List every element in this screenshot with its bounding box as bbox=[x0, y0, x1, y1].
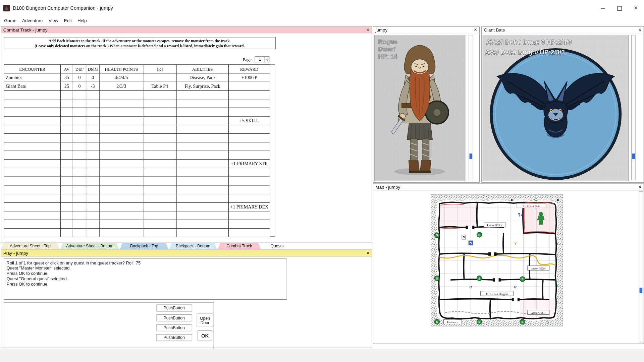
combat-table-row[interactable]: +1 PRIMARY DEX bbox=[4, 202, 270, 211]
combat-table-cell bbox=[86, 151, 100, 160]
combat-table-cell bbox=[61, 142, 73, 151]
monster-scrollbar-handle[interactable] bbox=[632, 154, 635, 159]
character-scrollbar[interactable] bbox=[469, 35, 473, 180]
combat-table-cell bbox=[61, 185, 73, 194]
map-label: Entrance bbox=[443, 319, 462, 324]
monster-panel: Giant Bats ✕ bbox=[481, 26, 644, 183]
combat-table-cell bbox=[143, 168, 176, 177]
menu-help[interactable]: Help bbox=[77, 18, 87, 23]
character-hp-label: HP: 16 bbox=[378, 53, 397, 60]
play-titlebar: Play - jumpy ✕ bbox=[1, 250, 372, 257]
combat-table-cell bbox=[86, 185, 100, 194]
map-marker-r: R bbox=[511, 198, 514, 202]
menu-game[interactable]: Game bbox=[4, 18, 16, 23]
page-input[interactable]: 1 bbox=[255, 57, 265, 62]
combat-table-cell bbox=[4, 151, 61, 160]
close-button[interactable]: ✕ bbox=[628, 0, 644, 16]
combat-table-cell bbox=[100, 142, 143, 151]
combat-table-cell bbox=[61, 177, 73, 185]
combat-table-row[interactable]: +5 SKILL bbox=[4, 116, 270, 125]
combat-table-cell: 4/4/4/5 bbox=[100, 73, 143, 82]
combat-table-row[interactable] bbox=[4, 211, 270, 220]
tab-quests[interactable]: Quests bbox=[262, 243, 292, 249]
combat-table-cell bbox=[61, 220, 73, 229]
character-close-icon[interactable]: ✕ bbox=[474, 28, 477, 32]
combat-table-row[interactable] bbox=[4, 134, 270, 142]
dungeon-map-image[interactable]: RGRSSSBYGSSSRRGSSSGE - Giant BatsLever G… bbox=[431, 194, 563, 326]
push-button-4[interactable]: PushButton bbox=[156, 334, 192, 341]
combat-table-row[interactable] bbox=[4, 177, 270, 185]
svg-text:R: R bbox=[469, 285, 472, 289]
combat-table-cell bbox=[143, 108, 176, 116]
combat-table-row[interactable] bbox=[4, 228, 270, 237]
combat-table-row[interactable] bbox=[4, 99, 270, 108]
combat-table-row[interactable] bbox=[4, 142, 270, 151]
combat-table-cell bbox=[86, 125, 100, 134]
combat-table-row[interactable] bbox=[4, 185, 270, 194]
menu-adventure[interactable]: Adventure bbox=[22, 18, 43, 23]
combat-table-row[interactable] bbox=[4, 168, 270, 177]
combat-table-cell bbox=[4, 228, 61, 237]
combat-table-cell bbox=[228, 168, 270, 177]
tab-backpack-top[interactable]: Backpack - Top bbox=[120, 243, 168, 249]
play-close-icon[interactable]: ✕ bbox=[366, 251, 370, 255]
tab-combat-track[interactable]: Combat Track bbox=[218, 243, 261, 249]
svg-text:G: G bbox=[534, 197, 537, 201]
combat-table-cell bbox=[86, 168, 100, 177]
app-icon bbox=[3, 5, 10, 12]
combat-table-row[interactable]: Giant Bats250-32/3/3Table P4Fly, Surpris… bbox=[4, 82, 270, 90]
spinner-down-icon[interactable]: ▼ bbox=[265, 60, 269, 62]
combat-table-cell bbox=[73, 220, 86, 229]
combat-table-row[interactable]: Zombies35004/4/4/5Disease, Pack+100GP bbox=[4, 73, 270, 82]
maximize-button[interactable] bbox=[611, 0, 628, 16]
combat-table-row[interactable] bbox=[4, 125, 270, 134]
combat-table-cell bbox=[73, 134, 86, 142]
character-scrollbar-handle[interactable] bbox=[470, 154, 473, 159]
tab-backpack-bottom[interactable]: Backpack - Bottom bbox=[169, 243, 217, 249]
column-header-health-points: HEALTH POINTS bbox=[100, 65, 143, 73]
map-marker-g: G bbox=[557, 242, 560, 246]
minimize-button[interactable] bbox=[595, 0, 611, 16]
map-close-icon[interactable]: ✕ bbox=[638, 185, 641, 189]
ok-button[interactable]: OK bbox=[198, 330, 212, 341]
combat-table-cell bbox=[73, 177, 86, 185]
menu-view[interactable]: View bbox=[49, 18, 58, 23]
svg-text:Lever G23✓: Lever G23✓ bbox=[487, 224, 503, 227]
open-door-button[interactable]: Open Door bbox=[197, 314, 213, 327]
column-header-av: AV bbox=[61, 65, 73, 73]
map-marker-s: S bbox=[520, 277, 525, 282]
map-marker-s: S bbox=[477, 276, 482, 281]
combat-track-close-icon[interactable]: ✕ bbox=[366, 28, 370, 32]
combat-table-cell bbox=[176, 151, 229, 160]
map-scrollbar-handle[interactable] bbox=[640, 288, 643, 293]
map-scrollbar[interactable] bbox=[639, 191, 643, 343]
push-button-1[interactable]: PushButton bbox=[156, 305, 192, 312]
spinner-up-icon[interactable]: ▲ bbox=[265, 57, 269, 60]
push-button-3[interactable]: PushButton bbox=[156, 324, 192, 331]
combat-table-row[interactable] bbox=[4, 220, 270, 229]
combat-table-row[interactable] bbox=[4, 108, 270, 116]
combat-table-cell bbox=[176, 108, 229, 116]
combat-table-cell bbox=[100, 185, 143, 194]
combat-table-cell bbox=[73, 211, 86, 220]
push-button-2[interactable]: PushButton bbox=[156, 314, 192, 321]
combat-table-row[interactable] bbox=[4, 90, 270, 99]
combat-table-row[interactable] bbox=[4, 151, 270, 160]
svg-text:S: S bbox=[478, 233, 480, 237]
character-titlebar: jumpy ✕ bbox=[373, 27, 479, 34]
combat-table-row[interactable]: +1 PRIMARY STR bbox=[4, 160, 270, 168]
combat-table-cell bbox=[100, 177, 143, 185]
tab-adventure-sheet-top[interactable]: Adventure Sheet - Top bbox=[1, 243, 59, 249]
combat-table-cell bbox=[176, 228, 229, 237]
monster-close-icon[interactable]: ✕ bbox=[638, 28, 641, 32]
page-spinner[interactable]: 1 ▲▼ bbox=[255, 56, 270, 62]
combat-table-row[interactable] bbox=[4, 194, 270, 203]
character-portrait-frame: Rogue Dwarf HP: 16 bbox=[374, 35, 466, 181]
menu-edit[interactable]: Edit bbox=[64, 18, 72, 23]
play-log: Roll 1 of 1 for quest or click on any qu… bbox=[4, 258, 287, 299]
combat-table-cell bbox=[100, 99, 143, 108]
combat-table-scrollbar[interactable] bbox=[270, 64, 275, 237]
monster-scrollbar[interactable] bbox=[631, 35, 636, 180]
tab-adventure-sheet-bottom[interactable]: Adventure Sheet - Bottom bbox=[60, 243, 119, 249]
combat-table-cell bbox=[61, 202, 73, 211]
